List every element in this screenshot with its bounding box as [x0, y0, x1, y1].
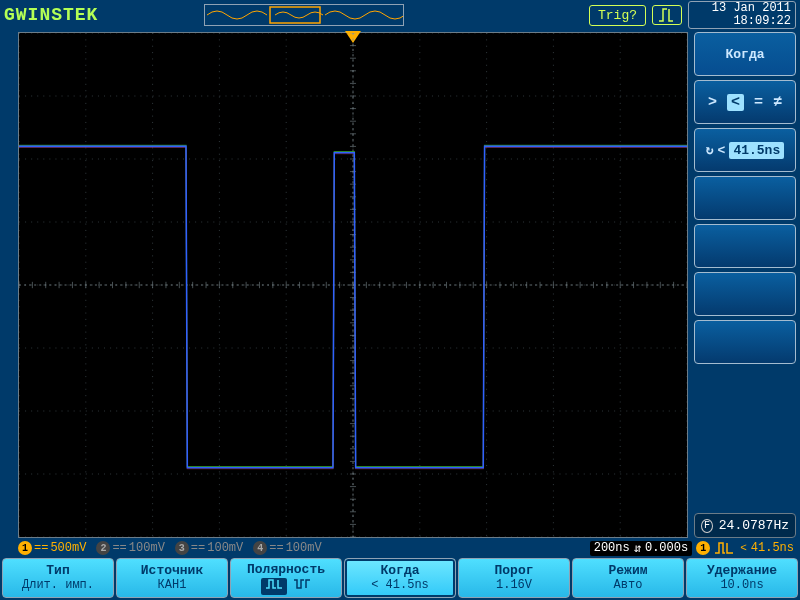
waveform-indicator — [204, 4, 404, 26]
pulse-icon — [714, 541, 736, 555]
softkey-empty-3[interactable] — [694, 272, 796, 316]
hpos-value: 0.000s — [645, 541, 688, 555]
softkey-empty-1[interactable] — [694, 176, 796, 220]
timebase-value: 200ns — [594, 541, 630, 555]
trig-status: Trig? — [589, 5, 646, 26]
menu-polarity[interactable]: Полярность — [230, 558, 342, 598]
freq-readout: F 24.0787Hz — [694, 513, 796, 538]
menu-polarity-label: Полярность — [247, 562, 325, 577]
freq-icon: F — [701, 519, 713, 533]
ch4-readout: 4 == 100mV — [253, 541, 327, 555]
scope-svg — [19, 33, 687, 537]
menu-holdoff[interactable]: Удержание 10.0ns — [686, 558, 798, 598]
opt-gt: > — [708, 94, 717, 111]
hpos-icon: ⇵ — [634, 541, 641, 556]
opt-ne: ≠ — [773, 94, 782, 111]
menu-holdoff-sub: 10.0ns — [720, 578, 763, 593]
polarity-neg-icon — [293, 578, 311, 595]
menu-when-label: Когда — [380, 563, 419, 578]
menu-holdoff-label: Удержание — [707, 563, 777, 578]
opt-eq: = — [754, 94, 763, 111]
ch4-vdiv: 100mV — [286, 541, 322, 555]
ch2-coupling: == — [112, 541, 126, 555]
edge-indicator — [652, 5, 682, 25]
menu-source-sub: КАН1 — [158, 578, 187, 593]
opt-lt: < — [727, 94, 744, 111]
menu-type-sub: Длит. имп. — [22, 578, 94, 593]
menu-type[interactable]: Тип Длит. имп. — [2, 558, 114, 598]
softkey-title-label: Когда — [725, 47, 764, 62]
trig-level-value: 41.5ns — [751, 541, 794, 555]
menu-threshold-sub: 1.16V — [496, 578, 532, 593]
softkey-title[interactable]: Когда — [694, 32, 796, 76]
timebase-readout: 200ns ⇵ 0.000s — [590, 541, 692, 556]
datetime: 13 Jan 2011 18:09:22 — [688, 1, 796, 29]
menu-when-sub: < 41.5ns — [371, 578, 429, 593]
time: 18:09:22 — [693, 15, 791, 28]
menu-source-label: Источник — [141, 563, 203, 578]
menu-mode[interactable]: Режим Авто — [572, 558, 684, 598]
value-box: 41.5ns — [729, 142, 784, 159]
ch2-readout: 2 == 100mV — [96, 541, 170, 555]
softkey-value[interactable]: ↻ < 41.5ns — [694, 128, 796, 172]
polarity-pos-icon — [261, 578, 287, 595]
softkey-condition[interactable]: > < = ≠ — [694, 80, 796, 124]
ch4-num: 4 — [253, 541, 267, 555]
ch1-readout: 1 == 500mV — [18, 541, 92, 555]
ch1-num: 1 — [18, 541, 32, 555]
menu-threshold-label: Порог — [494, 563, 533, 578]
menu-mode-sub: Авто — [614, 578, 643, 593]
ch2-vdiv: 100mV — [129, 541, 165, 555]
main-area: 1 Когда > < = ≠ ↻ < 41.5ns F — [0, 30, 800, 540]
freq-value: 24.0787Hz — [719, 518, 789, 533]
softkey-empty-4[interactable] — [694, 320, 796, 364]
bottom-menu: Тип Длит. имп. Источник КАН1 Полярность … — [0, 556, 800, 600]
menu-threshold[interactable]: Порог 1.16V — [458, 558, 570, 598]
ch3-num: 3 — [175, 541, 189, 555]
rotary-icon: ↻ — [706, 142, 714, 158]
menu-type-label: Тип — [46, 563, 69, 578]
ch1-vdiv: 500mV — [50, 541, 86, 555]
trig-ch-num: 1 — [696, 541, 710, 555]
ch1-coupling: == — [34, 541, 48, 555]
softkey-empty-2[interactable] — [694, 224, 796, 268]
top-bar: GWINSTEK Trig? 13 Jan 2011 18:09:22 — [0, 0, 800, 30]
trigger-readout: 1 < 41.5ns — [696, 541, 794, 555]
channel-readout-row: 1 == 500mV 2 == 100mV 3 == 100mV 4 == 10… — [0, 540, 800, 556]
menu-when[interactable]: Когда < 41.5ns — [344, 558, 456, 598]
side-menu: Когда > < = ≠ ↻ < 41.5ns F 24.0787Hz — [692, 30, 800, 540]
lt-icon: < — [718, 143, 726, 158]
svg-rect-0 — [270, 7, 320, 23]
brand-logo: GWINSTEK — [4, 5, 98, 25]
menu-source[interactable]: Источник КАН1 — [116, 558, 228, 598]
ch3-readout: 3 == 100mV — [175, 541, 249, 555]
ch3-coupling: == — [191, 541, 205, 555]
ch3-vdiv: 100mV — [207, 541, 243, 555]
ch2-num: 2 — [96, 541, 110, 555]
menu-mode-label: Режим — [608, 563, 647, 578]
ch4-coupling: == — [269, 541, 283, 555]
scope-display[interactable] — [18, 32, 688, 538]
